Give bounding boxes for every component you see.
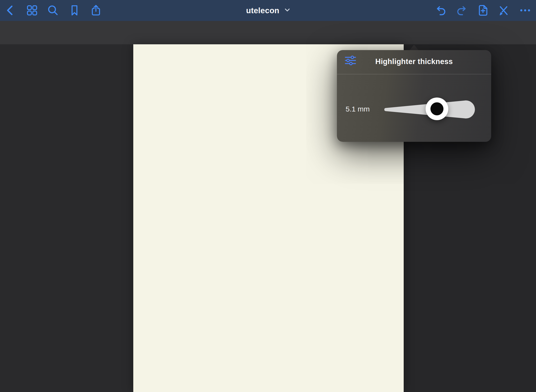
undo-button[interactable] [434, 4, 447, 17]
thickness-slider-thumb[interactable] [426, 98, 448, 120]
thickness-value-label: 5.1 mm [346, 105, 370, 113]
add-page-icon [477, 4, 489, 17]
tools-toolbar [0, 21, 536, 44]
chevron-down-icon [285, 8, 290, 13]
popover-header: Highlighter thickness [337, 50, 491, 74]
thickness-slider-thumb-dot [430, 102, 443, 115]
goodnotes-app: utelecon [0, 0, 536, 392]
page-title: utelecon [246, 6, 279, 15]
add-page-button[interactable] [477, 4, 489, 17]
popover-title: Highlighter thickness [337, 57, 491, 66]
highlighter-thickness-popover: Highlighter thickness 5.1 mm [337, 50, 491, 142]
stylus-disabled-icon [497, 4, 510, 17]
redo-icon [456, 4, 468, 17]
more-button[interactable] [519, 4, 531, 17]
redo-button[interactable] [456, 4, 468, 17]
undo-icon [434, 4, 447, 17]
stylus-toggle-button[interactable] [497, 4, 510, 17]
thickness-slider-row: 5.1 mm [337, 74, 491, 142]
more-icon [519, 4, 531, 17]
top-navigation-bar: utelecon [0, 0, 536, 21]
